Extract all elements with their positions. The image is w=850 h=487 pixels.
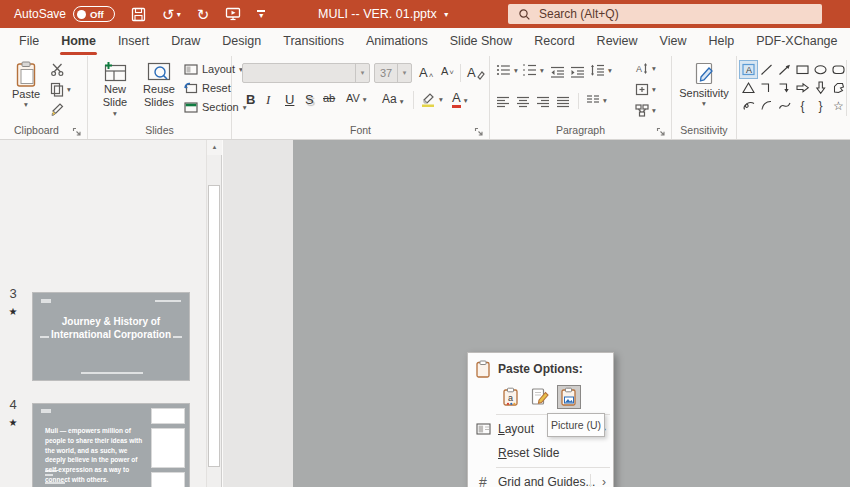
text-highlight-button[interactable]: ▾ xyxy=(420,92,443,107)
undo-dropdown-icon[interactable]: ▾ xyxy=(177,10,181,19)
menu-item-reset-slide[interactable]: Reset Slide xyxy=(468,441,613,465)
strikethrough-button[interactable]: ab xyxy=(323,92,335,104)
copy-button[interactable]: ▾ xyxy=(50,82,71,97)
ribbon-tab-row: FileHomeInsertDrawDesignTransitionsAnima… xyxy=(0,28,850,56)
font-size-combobox[interactable]: 37 ▾ xyxy=(374,63,412,83)
scroll-up-icon[interactable]: ▲ xyxy=(207,140,222,155)
thumbnail-scrollbar[interactable]: ▲ xyxy=(206,140,221,487)
tab-insert[interactable]: Insert xyxy=(107,28,160,56)
layout-icon xyxy=(184,64,198,75)
columns-button[interactable]: ▾ xyxy=(586,94,607,106)
font-size-dropdown-icon[interactable]: ▾ xyxy=(397,64,411,82)
shape-rectangle-icon[interactable] xyxy=(794,61,811,78)
tab-record[interactable]: Record xyxy=(523,28,585,56)
tab-home[interactable]: Home xyxy=(50,28,107,56)
align-text-button[interactable]: ▾ xyxy=(635,83,656,96)
tab-review[interactable]: Review xyxy=(586,28,649,56)
shape-arrow-down-icon[interactable] xyxy=(812,79,829,96)
character-spacing-button[interactable]: AV ▾ xyxy=(346,92,367,104)
decrease-indent-button[interactable] xyxy=(550,64,565,82)
search-box[interactable] xyxy=(508,4,822,24)
shape-freeform-icon[interactable] xyxy=(830,79,847,96)
shape-elbow-arrow-connector-icon[interactable] xyxy=(776,79,793,96)
slide-4-thumbnail[interactable]: Muli — empowers million of people to sha… xyxy=(32,403,190,487)
cut-button[interactable] xyxy=(50,62,65,81)
submenu-arrow-icon: › xyxy=(602,475,606,487)
undo-button[interactable]: ↺ ▾ xyxy=(162,0,181,28)
menu-item-grid-and-guides[interactable]: #Grid and Guides...› xyxy=(468,470,613,487)
convert-to-smartart-button[interactable]: ▾ xyxy=(635,104,656,117)
tab-animations[interactable]: Animations xyxy=(355,28,439,56)
underline-button[interactable]: U xyxy=(285,92,294,107)
shape-text-box-icon[interactable]: A xyxy=(740,61,757,78)
save-button[interactable] xyxy=(131,0,146,28)
align-left-button[interactable] xyxy=(496,94,510,112)
shape-arc-icon[interactable] xyxy=(758,97,775,114)
paste-option-use-destination-theme[interactable]: a xyxy=(499,385,523,409)
sensitivity-button[interactable]: Sensitivity ▾ xyxy=(672,61,736,108)
shape-arrow-icon[interactable] xyxy=(776,61,793,78)
tab-file[interactable]: File xyxy=(8,28,50,56)
paste-option-keep-source-formatting[interactable] xyxy=(528,385,552,409)
new-slide-dropdown-icon[interactable]: ▾ xyxy=(113,109,117,118)
reuse-slides-button[interactable]: Reuse Slides xyxy=(138,61,180,109)
tab-draw[interactable]: Draw xyxy=(160,28,211,56)
shape-line-icon[interactable] xyxy=(758,61,775,78)
shape-rounded-rectangle-icon[interactable] xyxy=(830,61,847,78)
shape-brace-left-icon[interactable]: { xyxy=(794,97,811,114)
bullets-button[interactable]: ▾ xyxy=(496,64,518,76)
increase-font-size-button[interactable]: A˄ xyxy=(419,65,433,80)
autosave-toggle[interactable]: Off xyxy=(73,6,115,22)
paste-dropdown-icon[interactable]: ▾ xyxy=(24,100,28,109)
new-slide-button[interactable]: New Slide ▾ xyxy=(94,61,136,118)
text-direction-icon: A xyxy=(635,62,649,75)
shape-arrow-right-icon[interactable] xyxy=(794,79,811,96)
align-center-button[interactable] xyxy=(516,94,530,112)
increase-indent-button[interactable] xyxy=(570,64,585,82)
clipboard-dialog-launcher[interactable] xyxy=(72,124,83,135)
paste-option-picture[interactable] xyxy=(557,385,581,409)
text-shadow-button[interactable]: S xyxy=(305,92,314,107)
font-name-dropdown-icon[interactable]: ▾ xyxy=(355,64,369,82)
scrollbar-thumb[interactable] xyxy=(208,185,220,467)
font-dialog-launcher[interactable] xyxy=(474,124,485,135)
slide-3-thumbnail[interactable]: Journey & History of International Corpo… xyxy=(32,292,190,381)
shape-curve-icon[interactable] xyxy=(776,97,793,114)
bold-button[interactable]: B xyxy=(246,92,255,107)
paste-button[interactable]: Paste ▾ xyxy=(8,61,44,109)
tab-pdf-xchange[interactable]: PDF-XChange xyxy=(745,28,848,56)
font-name-combobox[interactable]: ▾ xyxy=(242,63,370,83)
customize-toolbar-button[interactable]: ▾ xyxy=(257,10,265,18)
line-spacing-button[interactable]: ▾ xyxy=(590,64,612,76)
align-right-button[interactable] xyxy=(536,94,550,112)
justify-button[interactable] xyxy=(556,94,570,112)
tab-view[interactable]: View xyxy=(649,28,698,56)
decrease-font-size-button[interactable]: A˅ xyxy=(441,65,454,77)
tab-transitions[interactable]: Transitions xyxy=(272,28,355,56)
font-color-button[interactable]: A ▾ xyxy=(452,91,467,108)
shape-brace-right-icon[interactable]: } xyxy=(812,97,829,114)
redo-button[interactable]: ↻ xyxy=(197,0,210,28)
shape-elbow-connector-icon[interactable] xyxy=(758,79,775,96)
group-slides: New Slide ▾ Reuse Slides Layout ▾ xyxy=(88,56,232,139)
shape-oval-icon[interactable] xyxy=(812,61,829,78)
text-direction-button[interactable]: A ▾ xyxy=(635,62,656,75)
search-input[interactable] xyxy=(539,7,789,21)
shape-triangle-icon[interactable] xyxy=(740,79,757,96)
shape-star-icon[interactable]: ☆ xyxy=(830,97,847,114)
tab-help[interactable]: Help xyxy=(697,28,745,56)
numbering-button[interactable]: ▾ xyxy=(522,64,544,76)
tab-design[interactable]: Design xyxy=(211,28,272,56)
document-title[interactable]: MULI -- VER. 01.pptx ▼ xyxy=(318,0,450,28)
reset-button[interactable]: Reset xyxy=(184,82,231,94)
paste-options-row: a xyxy=(468,382,613,412)
italic-button[interactable]: I xyxy=(266,92,270,108)
copy-dropdown-icon[interactable]: ▾ xyxy=(67,85,71,94)
paragraph-dialog-launcher[interactable] xyxy=(656,124,667,135)
clear-formatting-button[interactable]: A xyxy=(467,65,485,80)
tab-slide-show[interactable]: Slide Show xyxy=(439,28,524,56)
start-slideshow-button[interactable] xyxy=(225,0,241,28)
format-painter-button[interactable] xyxy=(50,102,65,121)
change-case-button[interactable]: Aa ▾ xyxy=(382,92,403,106)
shape-scribble-icon[interactable] xyxy=(740,97,757,114)
